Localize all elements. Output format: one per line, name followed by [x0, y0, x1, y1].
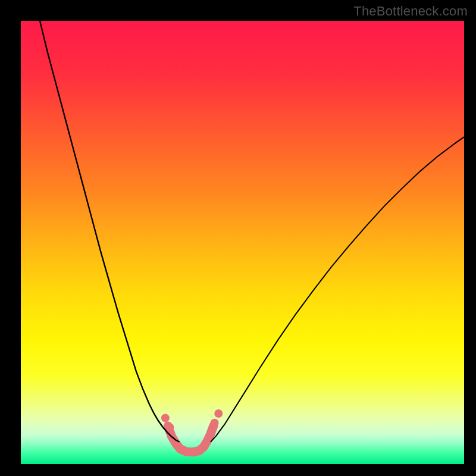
- chart-svg: [0, 0, 476, 476]
- chart-frame: TheBottleneck.com: [0, 0, 476, 476]
- plot-background: [21, 21, 464, 464]
- left-dot-upper: [161, 414, 170, 422]
- right-dot-upper: [214, 409, 223, 418]
- right-dot-lower: [207, 428, 215, 436]
- left-dot-lower: [165, 423, 174, 431]
- right-dot-mid: [211, 419, 219, 427]
